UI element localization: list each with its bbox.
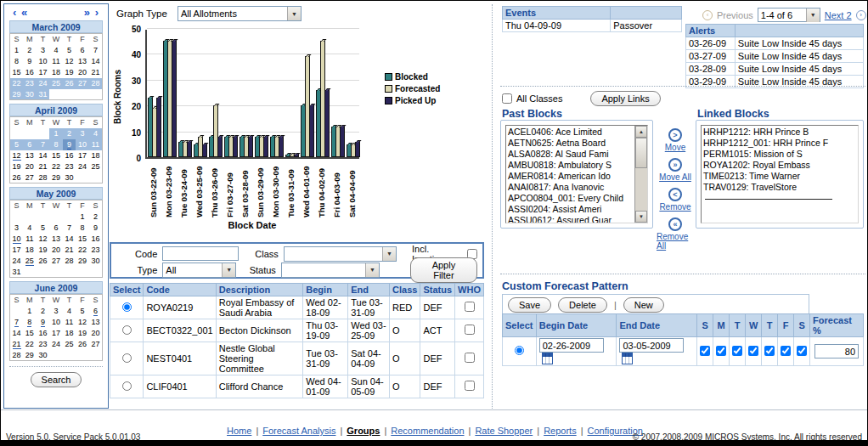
calendar-day[interactable]: 25 — [63, 339, 76, 350]
calendar-day[interactable]: 13 — [89, 317, 103, 328]
calendar-day[interactable]: 25 — [23, 256, 37, 267]
calendar-day[interactable]: 5 — [10, 139, 24, 150]
calendar-day[interactable]: 4 — [23, 223, 37, 234]
calendar-day[interactable]: 12 — [37, 234, 50, 245]
calendar-day[interactable]: 26 — [76, 339, 89, 350]
calendar-day[interactable]: 11 — [63, 317, 76, 328]
list-item[interactable]: APCO0804_001: Every Child — [508, 193, 634, 204]
list-item[interactable]: ASSI0204: Assist Ameri — [508, 204, 634, 215]
who-checkbox[interactable] — [465, 302, 475, 312]
calendar-day[interactable]: 28 — [89, 78, 103, 89]
save-button[interactable]: Save — [508, 297, 551, 313]
apply-filter-button[interactable]: Apply Filter — [410, 257, 477, 283]
calendar-day[interactable]: 4 — [63, 306, 76, 317]
calendar-day[interactable]: 24 — [76, 161, 89, 172]
calendar-day[interactable]: 29 — [49, 172, 63, 183]
forecast-select-radio[interactable] — [515, 346, 524, 355]
calendar-day[interactable]: 28 — [10, 350, 24, 361]
calendar-day[interactable]: 18 — [49, 67, 63, 78]
next-arrow-icon[interactable]: › — [856, 10, 866, 20]
next-link[interactable]: Next 2 — [825, 10, 852, 20]
calendar-day[interactable]: 29 — [23, 350, 37, 361]
list-item[interactable]: ASSU0612: Assured Guar — [508, 215, 634, 223]
calendar-day[interactable]: 11 — [49, 56, 63, 67]
calendar-day[interactable]: 19 — [63, 67, 76, 78]
calendar-day[interactable]: 6 — [76, 45, 89, 56]
code-input[interactable] — [162, 246, 239, 261]
calendar-day[interactable]: 7 — [37, 139, 50, 150]
calendar-day[interactable]: 6 — [23, 139, 37, 150]
remove-icon[interactable]: < — [668, 188, 682, 201]
calendar-day[interactable]: 24 — [49, 339, 63, 350]
list-item[interactable]: HRHP1212_001: HRH Prince F — [703, 138, 858, 149]
calendar-day[interactable]: 6 — [89, 306, 103, 317]
calendar-day[interactable]: 23 — [63, 161, 76, 172]
calendar-day[interactable]: 11 — [89, 139, 103, 150]
day-checkbox[interactable] — [781, 346, 791, 356]
calendar-day[interactable]: 21 — [63, 245, 76, 256]
calendar-day[interactable]: 16 — [89, 234, 103, 245]
remove-all-link[interactable]: Remove All — [657, 232, 694, 251]
list-item[interactable]: AETN0625: Aetna Board — [508, 138, 634, 149]
apply-links-button[interactable]: Apply Links — [590, 91, 660, 106]
row-select-radio[interactable] — [122, 302, 132, 312]
calendar-day[interactable]: 15 — [76, 234, 89, 245]
calendar-day[interactable]: 3 — [76, 128, 89, 139]
who-checkbox[interactable] — [465, 353, 475, 363]
calendar-day[interactable]: 12 — [76, 317, 89, 328]
calendar-day[interactable]: 21 — [37, 161, 50, 172]
who-checkbox[interactable] — [465, 325, 475, 335]
calendar-day[interactable]: 9 — [37, 317, 50, 328]
begin-date-input[interactable] — [539, 338, 604, 353]
calendar-day[interactable]: 1 — [49, 128, 63, 139]
day-checkbox[interactable] — [700, 346, 710, 356]
list-item[interactable]: AMER0814: American Ido — [508, 171, 634, 182]
calendar-day[interactable]: 31 — [37, 89, 50, 100]
calendar-day[interactable]: 8 — [23, 317, 37, 328]
class-select[interactable]: ▼ — [284, 246, 397, 262]
calendar-day[interactable]: 17 — [37, 67, 50, 78]
list-item[interactable]: ACEL0406: Ace Limited — [508, 127, 634, 138]
calendar-day[interactable]: 19 — [10, 161, 24, 172]
calendar-day[interactable]: 7 — [10, 317, 24, 328]
type-select[interactable]: All ▼ — [162, 263, 236, 278]
list-item[interactable]: ROYA1202: Royal Embass — [703, 160, 858, 171]
calendar-day[interactable]: 16 — [63, 150, 76, 161]
calendar-day[interactable]: 25 — [49, 78, 63, 89]
calendar-day[interactable]: 21 — [10, 339, 24, 350]
footer-link-forecast-analysis[interactable]: Forecast Analysis — [262, 426, 335, 436]
calendar-day[interactable]: 17 — [49, 328, 63, 339]
footer-link-home[interactable]: Home — [227, 426, 251, 436]
day-checkbox[interactable] — [797, 346, 807, 356]
calendar-day[interactable]: 27 — [49, 256, 63, 267]
calendar-icon[interactable] — [622, 353, 633, 364]
calendar-day[interactable]: 4 — [89, 128, 103, 139]
calendar-day[interactable]: 15 — [23, 328, 37, 339]
calendar-day[interactable]: 1 — [10, 45, 24, 56]
calendar-day[interactable]: 9 — [89, 223, 103, 234]
calendar-day[interactable]: 25 — [89, 161, 103, 172]
calendar-day[interactable]: 30 — [89, 256, 103, 267]
calendar-day[interactable]: 8 — [10, 56, 24, 67]
calendar-prev-icon[interactable]: ‹ « — [13, 6, 28, 20]
calendar-day[interactable]: 21 — [89, 67, 103, 78]
calendar-day[interactable]: 11 — [23, 234, 37, 245]
calendar-day[interactable]: 30 — [23, 89, 37, 100]
calendar-day[interactable]: 22 — [49, 161, 63, 172]
calendar-day[interactable]: 14 — [37, 150, 50, 161]
calendar-icon[interactable] — [542, 353, 553, 364]
all-classes-checkbox[interactable] — [502, 93, 512, 104]
list-item[interactable]: AMBU0818: Ambulatory S — [508, 160, 634, 171]
calendar-day[interactable]: 9 — [23, 56, 37, 67]
calendar-day[interactable]: 10 — [37, 56, 50, 67]
calendar-day[interactable]: 2 — [63, 128, 76, 139]
calendar-day[interactable]: 26 — [10, 172, 24, 183]
calendar-day[interactable]: 10 — [10, 234, 24, 245]
calendar-day[interactable]: 2 — [89, 212, 103, 223]
calendar-day[interactable]: 20 — [23, 161, 37, 172]
row-select-radio[interactable] — [122, 381, 132, 391]
calendar-day[interactable]: 24 — [10, 256, 24, 267]
page-range-select[interactable]: 1-4 of 6 ▼ — [758, 8, 820, 22]
calendar-day[interactable]: 3 — [37, 45, 50, 56]
list-item[interactable]: PERM1015: Mission of S — [703, 149, 858, 160]
